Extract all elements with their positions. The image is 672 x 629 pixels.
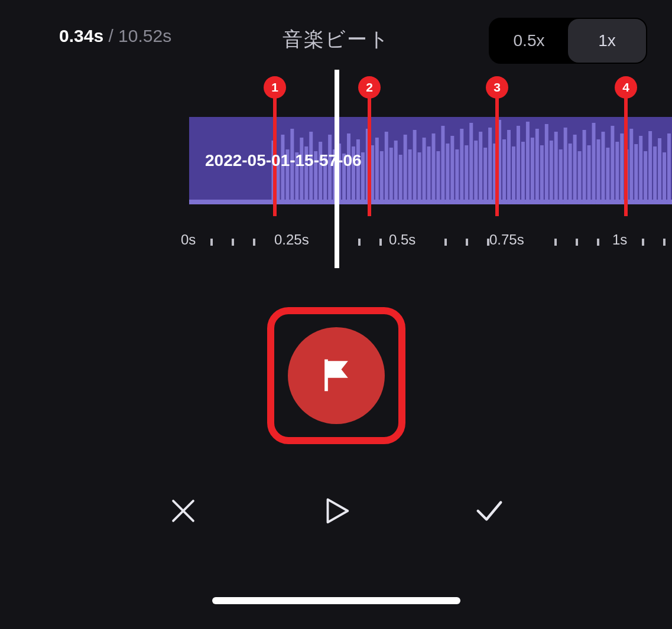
- svg-rect-20: [356, 139, 360, 204]
- svg-rect-54: [517, 126, 520, 204]
- beat-marker-badge: 1: [264, 76, 286, 99]
- add-beat-highlight: [267, 307, 405, 444]
- svg-rect-76: [620, 133, 624, 204]
- svg-rect-13: [323, 156, 327, 204]
- ruler-label: 1s: [612, 232, 627, 248]
- svg-rect-14: [328, 135, 332, 204]
- page-title: 音楽ビート: [283, 26, 390, 53]
- add-beat-button[interactable]: [288, 327, 385, 424]
- svg-rect-47: [483, 148, 487, 204]
- svg-rect-59: [540, 145, 544, 204]
- svg-rect-10: [309, 132, 313, 204]
- check-icon: [472, 494, 507, 528]
- total-time: 10.52s: [118, 26, 171, 45]
- svg-rect-84: [658, 138, 661, 204]
- ruler-label: 0.75s: [489, 232, 524, 248]
- header-bar: 0.34s / 10.52s 音楽ビート 0.5x 1x: [0, 0, 672, 71]
- waveform-graphic: [189, 117, 672, 204]
- svg-rect-85: [663, 152, 666, 204]
- svg-rect-27: [389, 148, 393, 204]
- svg-rect-53: [512, 146, 515, 204]
- svg-rect-83: [653, 146, 657, 204]
- svg-rect-12: [319, 142, 322, 204]
- svg-rect-21: [361, 152, 365, 204]
- svg-rect-51: [502, 139, 506, 204]
- beat-marker-2[interactable]: 2: [368, 87, 371, 216]
- svg-rect-7: [295, 152, 298, 204]
- svg-rect-81: [644, 151, 647, 204]
- svg-rect-26: [385, 132, 388, 204]
- svg-rect-64: [564, 128, 567, 204]
- svg-rect-28: [394, 141, 398, 204]
- svg-rect-17: [342, 154, 346, 204]
- svg-rect-65: [569, 144, 572, 204]
- svg-rect-37: [436, 151, 440, 204]
- svg-rect-45: [474, 141, 478, 204]
- confirm-button[interactable]: [472, 494, 507, 528]
- playhead[interactable]: [335, 70, 339, 268]
- svg-rect-82: [648, 131, 652, 204]
- svg-rect-71: [596, 139, 600, 204]
- current-time: 0.34s: [59, 26, 103, 45]
- play-button[interactable]: [319, 494, 353, 528]
- timeline[interactable]: 2022-05-01-15-57-06 1 2 3 4 0s 0.25s 0.5…: [0, 70, 672, 270]
- svg-rect-72: [601, 132, 605, 204]
- svg-rect-25: [380, 151, 384, 204]
- svg-rect-44: [469, 123, 473, 204]
- svg-rect-41: [455, 149, 459, 204]
- speed-toggle[interactable]: 0.5x 1x: [489, 18, 647, 64]
- svg-rect-18: [347, 133, 350, 204]
- svg-rect-42: [460, 129, 463, 204]
- close-icon: [166, 494, 200, 528]
- beat-marker-4[interactable]: 4: [624, 87, 628, 216]
- svg-rect-39: [446, 144, 449, 204]
- svg-rect-66: [573, 135, 577, 204]
- svg-rect-73: [606, 148, 609, 204]
- svg-rect-78: [629, 129, 633, 204]
- svg-rect-46: [479, 132, 482, 204]
- svg-rect-4: [281, 135, 284, 204]
- svg-rect-74: [611, 126, 614, 204]
- play-icon: [319, 494, 353, 528]
- svg-rect-36: [431, 133, 435, 204]
- bottom-controls: [0, 487, 672, 535]
- svg-rect-58: [535, 129, 539, 204]
- svg-rect-31: [408, 149, 412, 204]
- time-readout: 0.34s / 10.52s: [59, 26, 171, 46]
- beat-marker-badge: 2: [358, 76, 381, 99]
- svg-rect-86: [667, 133, 671, 204]
- svg-rect-8: [300, 138, 303, 204]
- svg-rect-24: [375, 138, 379, 204]
- time-separator: /: [103, 26, 118, 45]
- svg-rect-68: [583, 130, 586, 204]
- svg-rect-70: [592, 123, 595, 204]
- svg-rect-38: [441, 126, 444, 204]
- speed-option-half[interactable]: 0.5x: [490, 19, 568, 63]
- svg-rect-48: [488, 128, 492, 204]
- flag-icon: [316, 354, 356, 397]
- svg-rect-40: [450, 136, 454, 204]
- beat-marker-badge: 3: [486, 76, 508, 99]
- speed-option-one[interactable]: 1x: [568, 19, 646, 63]
- svg-rect-3: [276, 158, 280, 204]
- svg-rect-33: [418, 152, 421, 204]
- beat-marker-1[interactable]: 1: [273, 87, 277, 216]
- svg-rect-32: [413, 130, 417, 204]
- svg-rect-52: [507, 130, 511, 204]
- ruler-label: 0.5s: [389, 232, 415, 248]
- svg-rect-5: [285, 149, 289, 204]
- ruler-label: 0s: [181, 232, 196, 248]
- svg-rect-75: [615, 142, 619, 204]
- svg-rect-61: [550, 141, 553, 204]
- audio-clip[interactable]: [189, 117, 672, 204]
- svg-rect-43: [465, 145, 468, 204]
- home-indicator[interactable]: [212, 597, 460, 604]
- svg-rect-9: [304, 146, 308, 204]
- svg-rect-60: [545, 124, 548, 204]
- cancel-button[interactable]: [166, 494, 200, 528]
- beat-marker-3[interactable]: 3: [495, 87, 499, 216]
- svg-rect-6: [290, 129, 294, 204]
- svg-rect-63: [559, 149, 563, 204]
- svg-rect-67: [578, 151, 582, 204]
- svg-rect-35: [427, 146, 431, 204]
